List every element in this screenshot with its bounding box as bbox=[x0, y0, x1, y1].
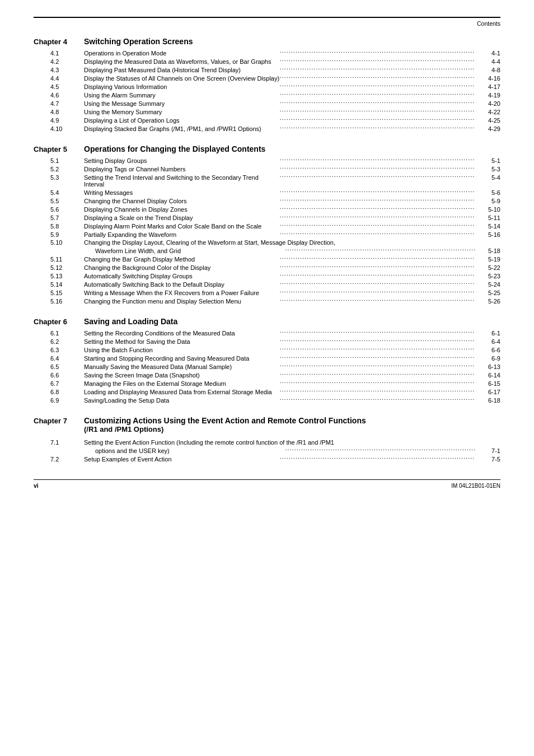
dot-fill-5-5 bbox=[280, 197, 476, 203]
toc-text-4-7: Using the Message Summary bbox=[84, 100, 280, 107]
toc-row-5-4: 5.4 Writing Messages 5-6 bbox=[34, 189, 500, 196]
chapter-6-block: Chapter 6 Saving and Loading Data 6.1 Se… bbox=[34, 317, 500, 404]
toc-page-6-3: 6-6 bbox=[475, 347, 500, 353]
toc-num-6-3: 6.3 bbox=[34, 347, 84, 353]
dot-fill-4-7 bbox=[280, 100, 476, 106]
toc-page-6-9: 6-18 bbox=[475, 397, 500, 404]
toc-text-4-9: Displaying a List of Operation Logs bbox=[84, 117, 280, 124]
toc-row-4-5: 4.5 Displaying Various Information 4-17 bbox=[34, 83, 500, 90]
toc-num-4-1: 4.1 bbox=[34, 50, 84, 57]
toc-page-7-2: 7-5 bbox=[475, 456, 500, 463]
toc-row-7-1a: 7.1 Setting the Event Action Function (I… bbox=[34, 439, 500, 446]
dot-fill-4-4 bbox=[280, 74, 476, 81]
toc-row-5-8: 5.8 Displaying Alarm Point Marks and Col… bbox=[34, 222, 500, 230]
dot-fill-5-6 bbox=[280, 206, 476, 212]
toc-num-5-3: 5.3 bbox=[34, 174, 84, 181]
toc-text-5-10b: Waveform Line Width, and Grid bbox=[95, 248, 285, 254]
footer-right: IM 04L21B01-01EN bbox=[451, 483, 500, 489]
dot-fill-6-7 bbox=[280, 380, 476, 386]
chapter-7-num: Chapter 7 bbox=[34, 417, 84, 425]
toc-row-4-3: 4.3 Displaying Past Measured Data (Histo… bbox=[34, 66, 500, 73]
toc-num-6-9: 6.9 bbox=[34, 397, 84, 404]
toc-row-5-11: 5.11 Changing the Bar Graph Display Meth… bbox=[34, 255, 500, 263]
toc-page-4-5: 4-17 bbox=[475, 83, 500, 90]
toc-text-4-10: Displaying Stacked Bar Graphs (/M1, /PM1… bbox=[84, 125, 280, 132]
toc-page-4-2: 4-4 bbox=[475, 58, 500, 65]
dot-fill-6-4 bbox=[280, 354, 476, 361]
toc-text-6-2: Setting the Method for Saving the Data bbox=[84, 338, 280, 345]
dot-fill-7-2 bbox=[280, 455, 476, 461]
toc-text-6-3: Using the Batch Function bbox=[84, 347, 280, 353]
toc-num-7-1: 7.1 bbox=[34, 439, 84, 446]
dot-fill-5-4 bbox=[280, 189, 476, 195]
toc-page-5-9: 5-16 bbox=[475, 231, 500, 238]
chapter-4-header: Chapter 4 Switching Operation Screens bbox=[34, 37, 500, 46]
toc-row-5-3: 5.3 Setting the Trend Interval and Switc… bbox=[34, 174, 500, 188]
dot-fill-5-10b bbox=[285, 247, 476, 253]
toc-row-6-5: 6.5 Manually Saving the Measured Data (M… bbox=[34, 363, 500, 370]
toc-text-5-7: Displaying a Scale on the Trend Display bbox=[84, 214, 280, 221]
toc-num-4-7: 4.7 bbox=[34, 100, 84, 107]
toc-num-4-4: 4.4 bbox=[34, 75, 84, 82]
toc-num-5-5: 5.5 bbox=[34, 198, 84, 204]
toc-text-6-4: Starting and Stopping Recording and Savi… bbox=[84, 355, 280, 362]
toc-num-5-1: 5.1 bbox=[34, 157, 84, 164]
dot-fill-4-5 bbox=[280, 83, 476, 89]
toc-row-4-10: 4.10 Displaying Stacked Bar Graphs (/M1,… bbox=[34, 125, 500, 132]
toc-text-4-4: Display the Statuses of All Channels on … bbox=[84, 75, 280, 82]
toc-text-4-3: Displaying Past Measured Data (Historica… bbox=[84, 67, 280, 73]
header-label: Contents bbox=[34, 20, 500, 27]
toc-page-4-6: 4-19 bbox=[475, 92, 500, 99]
toc-num-6-6: 6.6 bbox=[34, 372, 84, 379]
toc-page-6-1: 6-1 bbox=[475, 330, 500, 337]
page: Contents Chapter 4 Switching Operation S… bbox=[0, 0, 534, 756]
toc-text-5-3: Setting the Trend Interval and Switching… bbox=[84, 174, 280, 188]
toc-num-4-10: 4.10 bbox=[34, 125, 84, 132]
toc-row-5-6: 5.6 Displaying Channels in Display Zones… bbox=[34, 206, 500, 213]
toc-text-4-2: Displaying the Measured Data as Waveform… bbox=[84, 58, 280, 65]
toc-page-4-1: 4-1 bbox=[475, 50, 500, 57]
toc-num-5-7: 5.7 bbox=[34, 214, 84, 221]
dot-fill-5-1 bbox=[280, 157, 476, 163]
toc-text-4-6: Using the Alarm Summary bbox=[84, 92, 280, 99]
toc-page-5-2: 5-3 bbox=[475, 166, 500, 172]
toc-num-5-13: 5.13 bbox=[34, 273, 84, 279]
toc-row-5-9: 5.9 Partially Expanding the Waveform 5-1… bbox=[34, 231, 500, 238]
toc-row-6-8: 6.8 Loading and Displaying Measured Data… bbox=[34, 388, 500, 395]
dot-fill-5-2 bbox=[280, 165, 476, 171]
toc-row-6-2: 6.2 Setting the Method for Saving the Da… bbox=[34, 338, 500, 345]
chapter-7-subtitle: (/R1 and /PM1 Options) bbox=[84, 425, 366, 433]
toc-page-6-4: 6-9 bbox=[475, 355, 500, 362]
toc-text-5-1: Setting Display Groups bbox=[84, 157, 280, 164]
toc-text-5-8: Displaying Alarm Point Marks and Color S… bbox=[84, 223, 280, 230]
dot-fill-4-1 bbox=[280, 49, 476, 55]
toc-page-5-5: 5-9 bbox=[475, 198, 500, 204]
chapter-5-num: Chapter 5 bbox=[34, 145, 84, 153]
dot-fill-6-5 bbox=[280, 363, 476, 369]
toc-text-5-5: Changing the Channel Display Colors bbox=[84, 198, 280, 204]
toc-text-5-9: Partially Expanding the Waveform bbox=[84, 231, 280, 238]
toc-row-5-16: 5.16 Changing the Function menu and Disp… bbox=[34, 297, 500, 305]
dot-fill-5-16 bbox=[280, 297, 476, 304]
toc-page-5-13: 5-23 bbox=[475, 273, 500, 279]
toc-row-6-3: 6.3 Using the Batch Function 6-6 bbox=[34, 346, 500, 353]
toc-text-6-1: Setting the Recording Conditions of the … bbox=[84, 330, 280, 337]
toc-num-5-11: 5.11 bbox=[34, 256, 84, 263]
toc-page-4-7: 4-20 bbox=[475, 100, 500, 107]
dot-fill-5-7 bbox=[280, 214, 476, 220]
toc-num-6-5: 6.5 bbox=[34, 363, 84, 370]
chapter-5-header: Chapter 5 Operations for Changing the Di… bbox=[34, 144, 500, 153]
dot-fill-5-12 bbox=[280, 264, 476, 270]
chapter-7-header: Chapter 7 Customizing Actions Using the … bbox=[34, 416, 500, 436]
toc-row-6-9: 6.9 Saving/Loading the Setup Data 6-18 bbox=[34, 396, 500, 404]
bottom-bar: vi IM 04L21B01-01EN bbox=[34, 482, 500, 489]
dot-fill-6-8 bbox=[280, 388, 476, 394]
toc-row-4-1: 4.1 Operations in Operation Mode 4-1 bbox=[34, 49, 500, 57]
toc-page-5-14: 5-24 bbox=[475, 281, 500, 288]
toc-num-6-8: 6.8 bbox=[34, 389, 84, 395]
dot-fill-6-1 bbox=[280, 329, 476, 335]
toc-num-5-16: 5.16 bbox=[34, 298, 84, 305]
toc-num-5-4: 5.4 bbox=[34, 189, 84, 196]
toc-page-6-8: 6-17 bbox=[475, 389, 500, 395]
toc-page-5-4: 5-6 bbox=[475, 189, 500, 196]
